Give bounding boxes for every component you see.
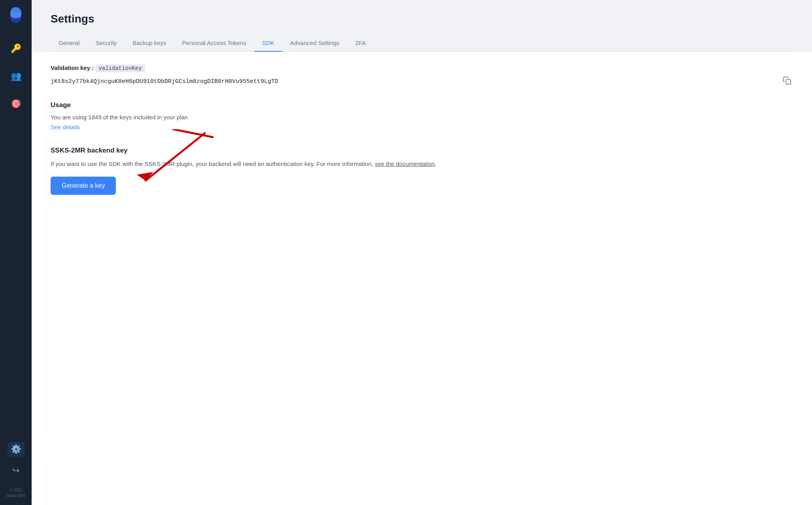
main-scroll: Validation key : validationKey jKt8s2y77…: [32, 52, 812, 505]
tab-personal-access-tokens[interactable]: Personal Access Tokens: [174, 35, 254, 52]
validation-key-code-label: validationKey: [95, 64, 145, 72]
sidebar-item-keys[interactable]: 🔑: [8, 41, 25, 56]
sidebar-bottom: ⚙️ ↪ © 2021 Seald SAS: [6, 442, 25, 499]
tabs: General Security Backup keys Personal Ac…: [51, 35, 793, 52]
validation-key-section: Validation key : validationKey jKt8s2y77…: [51, 64, 793, 89]
ssks-doc-link[interactable]: see the documentation: [375, 160, 435, 167]
ssks-section: SSKS-2MR backend key If you want to use …: [51, 147, 793, 195]
page-title: Settings: [51, 13, 793, 25]
ssks-title: SSKS-2MR backend key: [51, 147, 793, 155]
content-area: Validation key : validationKey jKt8s2y77…: [32, 52, 812, 505]
tab-sdk[interactable]: SDK: [254, 35, 282, 52]
svg-marker-5: [137, 172, 153, 181]
validation-key-value-row: jKt8s2y77bk4QjncguK8eH6pDU910tDbDRjGCslm…: [51, 75, 793, 89]
logout-icon: ↪: [12, 466, 19, 475]
usage-section: Usage You are using 1849 of the keys inc…: [51, 101, 793, 131]
ssks-description: If you want to use the SDK with the SSKS…: [51, 159, 793, 169]
key-icon: 🔑: [11, 44, 21, 53]
users-icon: 👥: [11, 72, 21, 81]
sidebar-nav: 🔑 👥 🎯: [8, 41, 25, 442]
tab-backup-keys[interactable]: Backup keys: [125, 35, 174, 52]
copy-key-button[interactable]: [781, 75, 793, 89]
svg-rect-3: [786, 79, 791, 84]
tab-2fa[interactable]: 2FA: [347, 35, 374, 52]
sidebar-item-activity[interactable]: 🎯: [8, 96, 25, 111]
logo: [7, 6, 25, 25]
usage-description: You are using 1849 of the keys included …: [51, 114, 793, 121]
settings-icon: ⚙️: [11, 445, 21, 454]
sidebar-copyright: © 2021 Seald SAS: [6, 488, 25, 499]
header: Settings General Security Backup keys Pe…: [32, 0, 812, 52]
see-details-link[interactable]: See details: [51, 124, 80, 130]
svg-line-4: [145, 133, 205, 181]
sidebar-item-settings[interactable]: ⚙️: [8, 442, 25, 457]
sidebar-item-users[interactable]: 👥: [8, 69, 25, 84]
tab-security[interactable]: Security: [87, 35, 125, 52]
sidebar-item-logout[interactable]: ↪: [9, 463, 23, 478]
validation-key-value: jKt8s2y77bk4QjncguK8eH6pDU910tDbDRjGCslm…: [51, 78, 776, 85]
generate-key-button[interactable]: Generate a key: [51, 177, 116, 195]
tab-advanced-settings[interactable]: Advanced Settings: [282, 35, 347, 52]
main-content: Settings General Security Backup keys Pe…: [32, 0, 812, 505]
sidebar: 🔑 👥 🎯 ⚙️ ↪ © 2021 Seald SAS: [0, 0, 32, 505]
activity-icon: 🎯: [11, 100, 21, 108]
usage-title: Usage: [51, 101, 793, 109]
validation-key-label: Validation key : validationKey: [51, 64, 793, 72]
tab-general[interactable]: General: [51, 35, 87, 52]
generate-key-container: Generate a key: [51, 177, 116, 195]
svg-point-2: [10, 12, 21, 18]
